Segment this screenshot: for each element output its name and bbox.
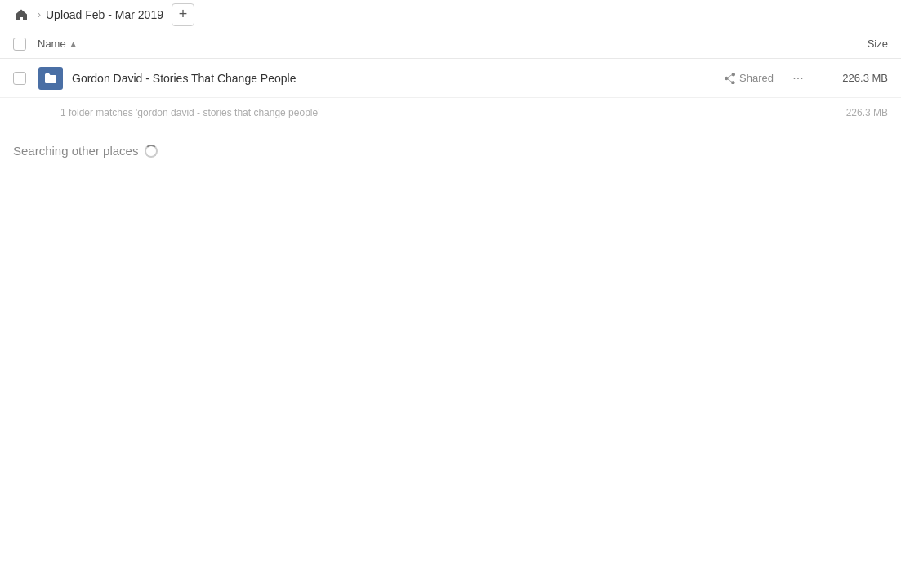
searching-row: Searching other places <box>0 127 901 158</box>
size-column-header[interactable]: Size <box>806 38 888 50</box>
select-all-checkbox[interactable] <box>13 38 26 51</box>
header-checkbox-cell <box>13 38 38 51</box>
file-name[interactable]: Gordon David - Stories That Change Peopl… <box>72 72 724 85</box>
more-options-button[interactable]: ··· <box>787 67 810 90</box>
file-size: 226.3 MB <box>823 72 888 84</box>
match-info-row: 1 folder matches 'gordon david - stories… <box>0 98 901 127</box>
topbar: › Upload Feb - Mar 2019 + <box>0 0 901 29</box>
name-column-header[interactable]: Name ▲ <box>38 38 806 50</box>
file-row[interactable]: Gordon David - Stories That Change Peopl… <box>0 59 901 98</box>
row-checkbox[interactable] <box>13 72 26 85</box>
breadcrumb-chevron: › <box>38 9 41 20</box>
loading-spinner <box>145 145 158 158</box>
row-checkbox-cell <box>13 72 38 85</box>
add-button[interactable]: + <box>172 3 194 26</box>
breadcrumb-title[interactable]: Upload Feb - Mar 2019 <box>46 8 163 21</box>
column-header-row: Name ▲ Size <box>0 29 901 59</box>
home-button[interactable] <box>10 3 33 26</box>
folder-icon <box>38 65 64 91</box>
match-text: 1 folder matches 'gordon david - stories… <box>60 107 823 118</box>
match-size: 226.3 MB <box>823 107 888 118</box>
shared-badge: Shared <box>724 72 774 84</box>
sort-arrow-icon: ▲ <box>69 39 78 48</box>
searching-label: Searching other places <box>13 144 138 158</box>
